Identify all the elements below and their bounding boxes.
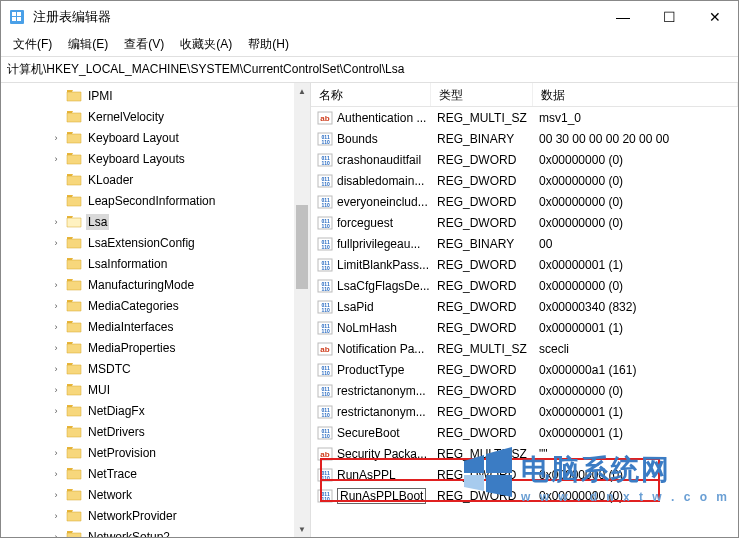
value-row[interactable]: 011110restrictanonym...REG_DWORD0x000000…	[311, 401, 738, 422]
tree-item-lsaextensionconfig[interactable]: ›LsaExtensionConfig	[1, 232, 310, 253]
menu-file[interactable]: 文件(F)	[5, 33, 60, 56]
scroll-down-button[interactable]: ▼	[294, 521, 310, 537]
column-name[interactable]: 名称	[311, 83, 431, 106]
value-row[interactable]: 011110SecureBootREG_DWORD0x00000001 (1)	[311, 422, 738, 443]
tree-item-keyboard-layout[interactable]: ›Keyboard Layout	[1, 127, 310, 148]
tree-item-networkprovider[interactable]: ›NetworkProvider	[1, 505, 310, 526]
value-name-cell: 011110crashonauditfail	[311, 151, 431, 169]
menu-view[interactable]: 查看(V)	[116, 33, 172, 56]
value-name-cell: 011110disabledomain...	[311, 172, 431, 190]
tree-expander-icon[interactable]: ›	[49, 320, 63, 334]
tree-expander-icon[interactable]: ›	[49, 530, 63, 538]
tree-item-network[interactable]: ›Network	[1, 484, 310, 505]
value-type: REG_MULTI_SZ	[431, 341, 533, 357]
close-button[interactable]: ✕	[692, 1, 738, 33]
tree-item-kernelvelocity[interactable]: KernelVelocity	[1, 106, 310, 127]
tree-item-label: ManufacturingMode	[86, 277, 196, 293]
tree-item-leapsecondinformation[interactable]: LeapSecondInformation	[1, 190, 310, 211]
value-type: REG_MULTI_SZ	[431, 446, 533, 462]
tree-expander-icon[interactable]: ›	[49, 488, 63, 502]
value-row[interactable]: abNotification Pa...REG_MULTI_SZscecli	[311, 338, 738, 359]
tree-item-netdiagfx[interactable]: ›NetDiagFx	[1, 400, 310, 421]
list-pane[interactable]: 名称 类型 数据 abAuthentication ...REG_MULTI_S…	[311, 83, 738, 537]
folder-icon	[66, 110, 82, 124]
tree-item-mediaproperties[interactable]: ›MediaProperties	[1, 337, 310, 358]
value-data: 0x00000000 (0)	[533, 467, 738, 483]
value-row[interactable]: 011110RunAsPPLBootREG_DWORD0x00000000 (0…	[311, 485, 738, 506]
value-name-cell: 011110restrictanonym...	[311, 382, 431, 400]
tree-expander-icon[interactable]: ›	[49, 236, 63, 250]
tree-item-mediainterfaces[interactable]: ›MediaInterfaces	[1, 316, 310, 337]
tree-item-lsainformation[interactable]: LsaInformation	[1, 253, 310, 274]
menu-favorites[interactable]: 收藏夹(A)	[172, 33, 240, 56]
tree-expander-icon[interactable]: ›	[49, 362, 63, 376]
tree-item-networksetup2[interactable]: ›NetworkSetup2	[1, 526, 310, 537]
tree-item-netdrivers[interactable]: NetDrivers	[1, 421, 310, 442]
titlebar[interactable]: 注册表编辑器 — ☐ ✕	[1, 1, 738, 33]
window-title: 注册表编辑器	[33, 8, 600, 26]
tree-scrollbar[interactable]: ▲ ▼	[294, 83, 310, 537]
column-data[interactable]: 数据	[533, 83, 738, 106]
menu-edit[interactable]: 编辑(E)	[60, 33, 116, 56]
column-type[interactable]: 类型	[431, 83, 533, 106]
binary-value-icon: 011110	[317, 362, 333, 378]
tree-expander-icon[interactable]: ›	[49, 215, 63, 229]
tree-item-netprovision[interactable]: ›NetProvision	[1, 442, 310, 463]
value-name: Security Packa...	[337, 447, 427, 461]
minimize-button[interactable]: —	[600, 1, 646, 33]
tree-expander-icon[interactable]: ›	[49, 383, 63, 397]
value-row[interactable]: 011110LimitBlankPass...REG_DWORD0x000000…	[311, 254, 738, 275]
value-row[interactable]: 011110everyoneinclud...REG_DWORD0x000000…	[311, 191, 738, 212]
tree-item-mui[interactable]: ›MUI	[1, 379, 310, 400]
value-row[interactable]: 011110BoundsREG_BINARY00 30 00 00 00 20 …	[311, 128, 738, 149]
tree-item-kloader[interactable]: KLoader	[1, 169, 310, 190]
tree-item-keyboard-layouts[interactable]: ›Keyboard Layouts	[1, 148, 310, 169]
addressbar[interactable]: 计算机\HKEY_LOCAL_MACHINE\SYSTEM\CurrentCon…	[1, 57, 738, 83]
svg-rect-1	[12, 12, 16, 16]
tree-expander-icon[interactable]: ›	[49, 341, 63, 355]
value-row[interactable]: 011110forceguestREG_DWORD0x00000000 (0)	[311, 212, 738, 233]
value-row[interactable]: abAuthentication ...REG_MULTI_SZmsv1_0	[311, 107, 738, 128]
tree-item-nettrace[interactable]: ›NetTrace	[1, 463, 310, 484]
tree-expander-icon[interactable]: ›	[49, 509, 63, 523]
tree-expander-icon[interactable]: ›	[49, 404, 63, 418]
tree-item-mediacategories[interactable]: ›MediaCategories	[1, 295, 310, 316]
tree-expander-icon	[49, 173, 63, 187]
menubar: 文件(F) 编辑(E) 查看(V) 收藏夹(A) 帮助(H)	[1, 33, 738, 57]
value-row[interactable]: abSecurity Packa...REG_MULTI_SZ""	[311, 443, 738, 464]
scroll-thumb[interactable]	[296, 205, 308, 289]
menu-help[interactable]: 帮助(H)	[240, 33, 297, 56]
tree-item-ipmi[interactable]: IPMI	[1, 85, 310, 106]
value-row[interactable]: 011110restrictanonym...REG_DWORD0x000000…	[311, 380, 738, 401]
tree-item-msdtc[interactable]: ›MSDTC	[1, 358, 310, 379]
tree-expander-icon[interactable]: ›	[49, 299, 63, 313]
svg-text:ab: ab	[320, 345, 329, 354]
value-row[interactable]: 011110LsaCfgFlagsDe...REG_DWORD0x0000000…	[311, 275, 738, 296]
value-row[interactable]: 011110disabledomain...REG_DWORD0x0000000…	[311, 170, 738, 191]
address-path: 计算机\HKEY_LOCAL_MACHINE\SYSTEM\CurrentCon…	[7, 61, 404, 78]
value-row[interactable]: 011110LsaPidREG_DWORD0x00000340 (832)	[311, 296, 738, 317]
value-data: scecli	[533, 341, 738, 357]
tree-expander-icon[interactable]: ›	[49, 467, 63, 481]
tree-expander-icon[interactable]: ›	[49, 446, 63, 460]
value-row[interactable]: 011110RunAsPPLREG_DWORD0x00000000 (0)	[311, 464, 738, 485]
tree-item-lsa[interactable]: ›Lsa	[1, 211, 310, 232]
scroll-up-button[interactable]: ▲	[294, 83, 310, 99]
value-row[interactable]: 011110fullprivilegeau...REG_BINARY00	[311, 233, 738, 254]
tree-item-label: Lsa	[86, 214, 109, 230]
scroll-track[interactable]	[294, 99, 310, 521]
value-row[interactable]: 011110NoLmHashREG_DWORD0x00000001 (1)	[311, 317, 738, 338]
value-name-cell: 011110ProductType	[311, 361, 431, 379]
tree-expander-icon[interactable]: ›	[49, 152, 63, 166]
value-data: 0x00000000 (0)	[533, 488, 738, 504]
svg-text:110: 110	[322, 370, 331, 376]
value-data: 0x00000001 (1)	[533, 257, 738, 273]
tree-item-manufacturingmode[interactable]: ›ManufacturingMode	[1, 274, 310, 295]
tree-expander-icon[interactable]: ›	[49, 278, 63, 292]
folder-icon	[66, 404, 82, 418]
tree-expander-icon[interactable]: ›	[49, 131, 63, 145]
value-row[interactable]: 011110ProductTypeREG_DWORD0x000000a1 (16…	[311, 359, 738, 380]
tree-pane[interactable]: ▲ ▼ IPMIKernelVelocity›Keyboard Layout›K…	[1, 83, 311, 537]
value-row[interactable]: 011110crashonauditfailREG_DWORD0x0000000…	[311, 149, 738, 170]
maximize-button[interactable]: ☐	[646, 1, 692, 33]
